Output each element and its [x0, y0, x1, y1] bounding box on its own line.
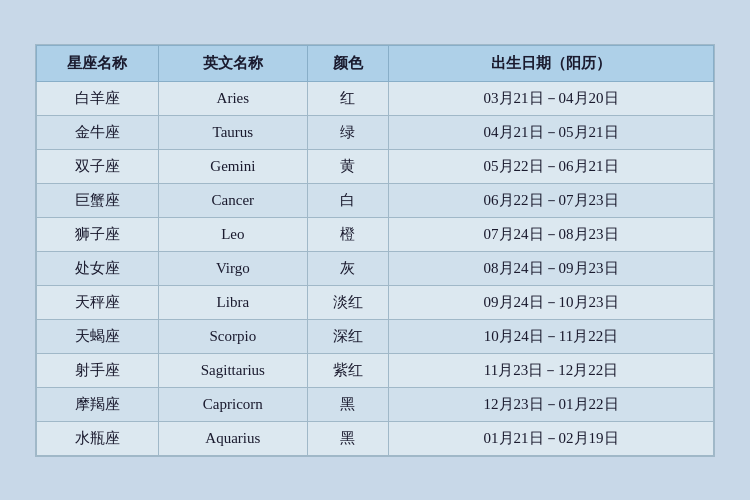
cell-english: Aries — [158, 81, 307, 115]
cell-color: 淡红 — [307, 285, 388, 319]
zodiac-table-container: 星座名称 英文名称 颜色 出生日期（阳历） 白羊座Aries红03月21日－04… — [35, 44, 715, 457]
table-row: 狮子座Leo橙07月24日－08月23日 — [37, 217, 714, 251]
header-color: 颜色 — [307, 45, 388, 81]
cell-english: Aquarius — [158, 421, 307, 455]
table-row: 金牛座Taurus绿04月21日－05月21日 — [37, 115, 714, 149]
cell-english: Libra — [158, 285, 307, 319]
table-header-row: 星座名称 英文名称 颜色 出生日期（阳历） — [37, 45, 714, 81]
cell-date: 01月21日－02月19日 — [389, 421, 714, 455]
cell-date: 08月24日－09月23日 — [389, 251, 714, 285]
cell-color: 白 — [307, 183, 388, 217]
cell-english: Gemini — [158, 149, 307, 183]
cell-color: 黑 — [307, 387, 388, 421]
cell-chinese: 白羊座 — [37, 81, 159, 115]
cell-date: 10月24日－11月22日 — [389, 319, 714, 353]
cell-color: 橙 — [307, 217, 388, 251]
cell-date: 06月22日－07月23日 — [389, 183, 714, 217]
cell-date: 12月23日－01月22日 — [389, 387, 714, 421]
table-row: 巨蟹座Cancer白06月22日－07月23日 — [37, 183, 714, 217]
table-row: 白羊座Aries红03月21日－04月20日 — [37, 81, 714, 115]
table-row: 双子座Gemini黄05月22日－06月21日 — [37, 149, 714, 183]
cell-chinese: 双子座 — [37, 149, 159, 183]
cell-chinese: 天秤座 — [37, 285, 159, 319]
cell-date: 05月22日－06月21日 — [389, 149, 714, 183]
cell-color: 绿 — [307, 115, 388, 149]
cell-english: Taurus — [158, 115, 307, 149]
header-chinese: 星座名称 — [37, 45, 159, 81]
header-date: 出生日期（阳历） — [389, 45, 714, 81]
table-row: 处女座Virgo灰08月24日－09月23日 — [37, 251, 714, 285]
cell-color: 红 — [307, 81, 388, 115]
table-row: 天蝎座Scorpio深红10月24日－11月22日 — [37, 319, 714, 353]
cell-english: Leo — [158, 217, 307, 251]
cell-chinese: 摩羯座 — [37, 387, 159, 421]
cell-english: Cancer — [158, 183, 307, 217]
cell-color: 黑 — [307, 421, 388, 455]
table-body: 白羊座Aries红03月21日－04月20日金牛座Taurus绿04月21日－0… — [37, 81, 714, 455]
cell-date: 03月21日－04月20日 — [389, 81, 714, 115]
cell-chinese: 狮子座 — [37, 217, 159, 251]
cell-date: 07月24日－08月23日 — [389, 217, 714, 251]
cell-color: 灰 — [307, 251, 388, 285]
cell-color: 深红 — [307, 319, 388, 353]
cell-chinese: 金牛座 — [37, 115, 159, 149]
cell-date: 09月24日－10月23日 — [389, 285, 714, 319]
zodiac-table: 星座名称 英文名称 颜色 出生日期（阳历） 白羊座Aries红03月21日－04… — [36, 45, 714, 456]
cell-english: Virgo — [158, 251, 307, 285]
cell-chinese: 巨蟹座 — [37, 183, 159, 217]
cell-chinese: 处女座 — [37, 251, 159, 285]
cell-english: Scorpio — [158, 319, 307, 353]
cell-english: Sagittarius — [158, 353, 307, 387]
cell-chinese: 水瓶座 — [37, 421, 159, 455]
table-row: 摩羯座Capricorn黑12月23日－01月22日 — [37, 387, 714, 421]
cell-chinese: 天蝎座 — [37, 319, 159, 353]
cell-date: 11月23日－12月22日 — [389, 353, 714, 387]
cell-color: 紫红 — [307, 353, 388, 387]
table-row: 射手座Sagittarius紫红11月23日－12月22日 — [37, 353, 714, 387]
table-row: 天秤座Libra淡红09月24日－10月23日 — [37, 285, 714, 319]
table-row: 水瓶座Aquarius黑01月21日－02月19日 — [37, 421, 714, 455]
header-english: 英文名称 — [158, 45, 307, 81]
cell-color: 黄 — [307, 149, 388, 183]
cell-chinese: 射手座 — [37, 353, 159, 387]
cell-date: 04月21日－05月21日 — [389, 115, 714, 149]
cell-english: Capricorn — [158, 387, 307, 421]
